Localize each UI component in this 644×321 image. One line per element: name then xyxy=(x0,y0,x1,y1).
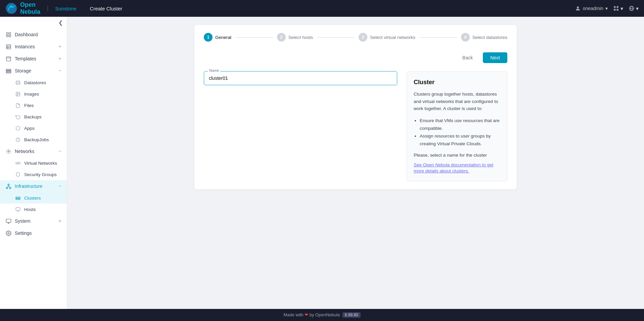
sidebar-item-templates-label: Templates xyxy=(15,56,55,61)
svg-point-31 xyxy=(8,184,9,185)
instances-add-icon[interactable]: + xyxy=(58,44,61,50)
info-title: Cluster xyxy=(414,79,500,86)
step-4-circle: 4 xyxy=(461,33,470,42)
templates-add-icon[interactable]: + xyxy=(58,56,61,62)
infrastructure-collapse-icon[interactable]: − xyxy=(58,183,61,189)
sidebar-item-networks-label: Networks xyxy=(15,149,55,154)
sidebar-item-infrastructure[interactable]: Infrastructure − xyxy=(0,180,67,192)
datastores-icon xyxy=(15,79,21,86)
form-area: Name xyxy=(204,71,397,181)
sidebar-item-instances-label: Instances xyxy=(15,44,55,49)
svg-rect-3 xyxy=(614,6,615,8)
sidebar-item-apps[interactable]: Apps xyxy=(0,122,67,134)
clusters-icon xyxy=(15,195,21,201)
grid-chevron: ▾ xyxy=(620,5,623,12)
storage-collapse-icon[interactable]: − xyxy=(58,68,61,74)
step-1-circle: 1 xyxy=(204,33,213,42)
svg-point-25 xyxy=(17,93,18,94)
system-add-icon[interactable]: + xyxy=(58,218,61,224)
svg-line-36 xyxy=(8,186,10,187)
apps-icon xyxy=(15,125,21,131)
svg-rect-14 xyxy=(6,45,11,49)
topbar-sunstone[interactable]: Sunstone xyxy=(55,6,76,11)
svg-rect-42 xyxy=(6,219,11,222)
next-button[interactable]: Next xyxy=(483,52,507,63)
back-button[interactable]: Back xyxy=(456,52,479,63)
settings-icon xyxy=(5,230,11,236)
sidebar-item-files[interactable]: Files xyxy=(0,100,67,111)
sidebar-collapse-button[interactable]: ❮ xyxy=(0,17,67,29)
topbar-page-title: Create Cluster xyxy=(90,6,123,11)
sidebar-item-storage[interactable]: Storage − xyxy=(0,65,67,77)
files-label: Files xyxy=(24,103,34,108)
sidebar-item-backups[interactable]: Backups xyxy=(0,111,67,122)
info-bullet-1: Ensure that VMs use resources that are c… xyxy=(420,117,500,132)
sidebar-item-security-groups[interactable]: Security Groups xyxy=(0,169,67,180)
globe-chevron: ▾ xyxy=(636,5,639,12)
grid-icon-btn[interactable]: ▾ xyxy=(613,5,623,12)
name-field-label: Name xyxy=(208,68,220,72)
user-label: oneadmin xyxy=(583,6,604,11)
svg-rect-10 xyxy=(6,33,8,34)
files-icon xyxy=(15,102,21,108)
sidebar-item-settings[interactable]: Settings xyxy=(0,227,67,239)
globe-icon-btn[interactable]: ▾ xyxy=(629,5,639,12)
templates-icon xyxy=(5,56,11,62)
images-label: Images xyxy=(24,92,39,97)
sidebar-item-networks[interactable]: Networks − xyxy=(0,145,67,157)
backups-icon xyxy=(15,114,21,120)
sidebar-item-instances[interactable]: Instances + xyxy=(0,41,67,53)
sidebar-item-hosts[interactable]: Hosts xyxy=(0,204,67,215)
wizard-card: 1 General 2 Select hosts 3 Select virtua… xyxy=(194,25,517,190)
svg-point-1 xyxy=(10,5,12,8)
sidebar-item-templates[interactable]: Templates + xyxy=(0,53,67,65)
svg-rect-29 xyxy=(18,162,20,164)
sidebar-item-dashboard[interactable]: Dashboard xyxy=(0,29,67,41)
datastores-label: Datastores xyxy=(24,80,46,85)
svg-rect-37 xyxy=(16,197,20,198)
svg-rect-20 xyxy=(6,69,11,70)
svg-rect-12 xyxy=(6,35,8,37)
step-line-2 xyxy=(317,37,355,38)
step-2-circle: 2 xyxy=(277,33,286,42)
info-cta: Please, select a name for the cluster xyxy=(414,153,500,158)
wizard-steps: 1 General 2 Select hosts 3 Select virtua… xyxy=(204,33,507,42)
sidebar-item-system[interactable]: System + xyxy=(0,215,67,227)
step-3-circle: 3 xyxy=(359,33,367,42)
svg-rect-11 xyxy=(9,33,10,34)
hosts-icon xyxy=(15,206,21,212)
step-4-label: Select datastores xyxy=(472,35,507,40)
infrastructure-icon xyxy=(5,183,11,189)
svg-point-34 xyxy=(9,187,11,189)
user-menu[interactable]: oneadmin ▾ xyxy=(575,5,608,11)
info-list: Ensure that VMs use resources that are c… xyxy=(420,117,500,148)
step-1: 1 General xyxy=(204,33,231,42)
sidebar-item-virtual-networks[interactable]: Virtual Networks xyxy=(0,157,67,169)
security-groups-icon xyxy=(15,171,21,177)
svg-rect-13 xyxy=(9,35,10,37)
sidebar-item-datastores[interactable]: Datastores xyxy=(0,77,67,88)
info-bullet-2: Assign resources to user groups by creat… xyxy=(420,132,500,148)
name-input[interactable] xyxy=(204,71,397,85)
sidebar-item-images[interactable]: Images xyxy=(0,88,67,100)
sidebar-item-clusters[interactable]: Clusters xyxy=(0,192,67,204)
svg-rect-5 xyxy=(614,9,615,11)
sidebar-item-system-label: System xyxy=(15,218,55,224)
step-line-1 xyxy=(235,37,273,38)
svg-rect-6 xyxy=(617,9,618,11)
sidebar-item-backupjobs[interactable]: BackupJobs xyxy=(0,134,67,145)
virtual-networks-icon xyxy=(15,160,21,166)
svg-line-35 xyxy=(7,186,8,187)
info-link[interactable]: See Open Nebula documentation to get mor… xyxy=(414,162,493,173)
footer-by-text: by OpenNebula xyxy=(310,312,340,317)
networks-collapse-icon[interactable]: − xyxy=(58,148,61,154)
footer-made-with: Made with xyxy=(283,312,303,317)
sidebar-item-settings-label: Settings xyxy=(15,230,61,236)
topbar-right: oneadmin ▾ ▾ ▾ xyxy=(575,5,639,12)
clusters-label: Clusters xyxy=(24,196,41,201)
name-field-group: Name xyxy=(204,71,397,85)
wizard-actions: Back Next xyxy=(204,52,507,63)
step-2: 2 Select hosts xyxy=(277,33,313,42)
info-panel: Cluster Clusters group together hosts, d… xyxy=(407,71,507,181)
svg-rect-39 xyxy=(16,207,20,210)
